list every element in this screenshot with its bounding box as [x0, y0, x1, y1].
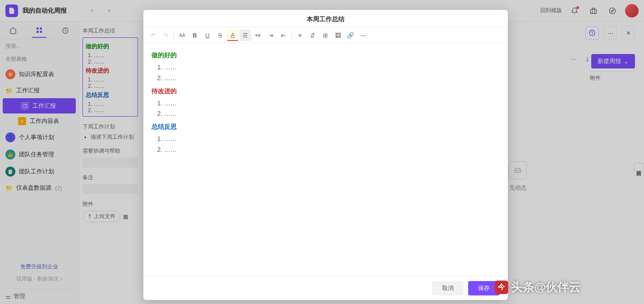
nav-forward-icon[interactable]: ›	[103, 4, 115, 16]
list-item[interactable]: ……	[164, 98, 500, 109]
heading-good: 做的好的	[152, 51, 500, 59]
cancel-button[interactable]: 取消	[432, 281, 464, 295]
save-button[interactable]: 保存	[468, 281, 500, 295]
image-icon[interactable]: 🖼	[332, 29, 344, 41]
heading-bad: 待改进的	[152, 87, 500, 95]
table-icon[interactable]: ⊞	[319, 29, 331, 41]
editor-modal: 本周工作总结 ↶ ↷ AA B U S A ☰ •≡ ⇥ ⇤ ≡ ⇵ ⊞ 🖼 🔗…	[143, 10, 508, 300]
hr-icon[interactable]: —	[357, 29, 369, 41]
list-item[interactable]: ……	[164, 73, 500, 84]
text-color-icon[interactable]: A	[227, 29, 239, 41]
indent-icon[interactable]: ⇥	[265, 29, 276, 41]
strike-icon[interactable]: S	[214, 29, 226, 41]
list-item[interactable]: ……	[164, 62, 500, 73]
align-icon[interactable]: ≡	[294, 29, 306, 41]
underline-icon[interactable]: U	[202, 29, 213, 41]
font-size-icon[interactable]: AA	[176, 29, 188, 41]
redo-icon[interactable]: ↷	[160, 29, 171, 41]
outdent-icon[interactable]: ⇤	[277, 29, 289, 41]
list-item[interactable]: ……	[164, 134, 500, 145]
nav-back-icon[interactable]: ‹	[86, 4, 98, 16]
undo-icon[interactable]: ↶	[147, 29, 159, 41]
link-icon[interactable]: 🔗	[345, 29, 356, 41]
heading-reflect: 总结反思	[152, 123, 500, 131]
bold-icon[interactable]: B	[189, 29, 201, 41]
line-height-icon[interactable]: ⇵	[307, 29, 318, 41]
editor-body[interactable]: 做的好的 ………… 待改进的 ………… 总结反思 …………	[143, 43, 508, 276]
editor-toolbar: ↶ ↷ AA B U S A ☰ •≡ ⇥ ⇤ ≡ ⇵ ⊞ 🖼 🔗 —	[143, 27, 508, 43]
list-item[interactable]: ……	[164, 109, 500, 119]
bullet-list-icon[interactable]: •≡	[252, 29, 264, 41]
list-item[interactable]: ……	[164, 145, 500, 155]
ordered-list-icon[interactable]: ☰	[239, 29, 251, 41]
modal-title: 本周工作总结	[143, 10, 508, 27]
